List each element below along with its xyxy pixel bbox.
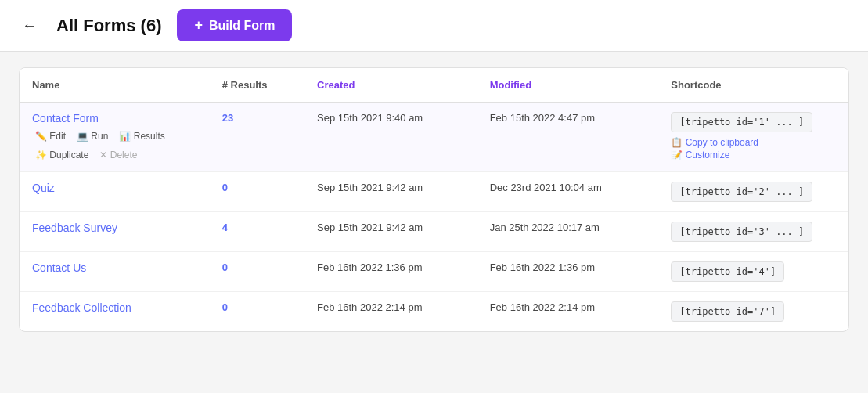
cell-created: Sep 15th 2021 9:42 am bbox=[304, 172, 477, 212]
cell-results: 23 bbox=[210, 103, 304, 172]
build-form-button[interactable]: + Build Form bbox=[177, 9, 292, 41]
col-header-shortcode: Shortcode bbox=[658, 68, 848, 103]
table-body: Contact Form✏️ Edit💻 Run📊 Results✨ Dupli… bbox=[20, 103, 848, 332]
col-header-results: # Results bbox=[210, 68, 304, 103]
form-name-link[interactable]: Contact Form bbox=[32, 112, 99, 124]
cell-results: 0 bbox=[210, 292, 304, 332]
row-actions-2: ✨ Duplicate✕ Delete bbox=[32, 148, 197, 162]
cell-modified: Feb 15th 2022 4:47 pm bbox=[477, 103, 659, 172]
cell-created: Feb 16th 2022 1:36 pm bbox=[304, 252, 477, 292]
cell-name: Feedback Collection bbox=[20, 292, 210, 332]
shortcode-value: [tripetto id='1' ... ] bbox=[671, 112, 812, 132]
form-name-link[interactable]: Contact Us bbox=[32, 261, 86, 274]
shortcode-value: [tripetto id='3' ... ] bbox=[671, 222, 812, 242]
cell-modified: Dec 23rd 2021 10:04 am bbox=[477, 172, 659, 212]
shortcode-value: [tripetto id='2' ... ] bbox=[671, 182, 812, 202]
form-name-link[interactable]: Quiz bbox=[32, 182, 55, 194]
back-button[interactable]: ← bbox=[19, 13, 41, 38]
results-count: 0 bbox=[222, 261, 228, 273]
header: ← All Forms (6) + Build Form bbox=[0, 0, 868, 52]
content-area: Name # Results Created Modified Shortcod… bbox=[0, 52, 868, 348]
table-row: Contact Form✏️ Edit💻 Run📊 Results✨ Dupli… bbox=[20, 103, 848, 172]
cell-results: 0 bbox=[210, 252, 304, 292]
customize-link[interactable]: 📝 Customize bbox=[671, 150, 836, 160]
cell-created: Sep 15th 2021 9:42 am bbox=[304, 212, 477, 252]
cell-shortcode: [tripetto id='4'] bbox=[658, 252, 848, 292]
results-count: 4 bbox=[222, 222, 228, 233]
run-button[interactable]: 💻 Run bbox=[74, 129, 111, 143]
cell-name: Quiz bbox=[20, 172, 210, 212]
cell-shortcode: [tripetto id='1' ... ]📋 Copy to clipboar… bbox=[658, 103, 848, 172]
cell-name: Contact Form✏️ Edit💻 Run📊 Results✨ Dupli… bbox=[20, 103, 210, 172]
build-form-label: Build Form bbox=[209, 19, 275, 33]
cell-modified: Feb 16th 2022 1:36 pm bbox=[477, 252, 659, 292]
forms-table: Name # Results Created Modified Shortcod… bbox=[20, 68, 848, 331]
cell-name: Contact Us bbox=[20, 252, 210, 292]
cell-created: Feb 16th 2022 2:14 pm bbox=[304, 292, 477, 332]
results-button[interactable]: 📊 Results bbox=[116, 129, 167, 143]
plus-icon: + bbox=[194, 17, 203, 34]
forms-table-wrapper: Name # Results Created Modified Shortcod… bbox=[19, 67, 849, 332]
table-row: Contact Us0Feb 16th 2022 1:36 pmFeb 16th… bbox=[20, 252, 848, 292]
cell-created: Sep 15th 2021 9:40 am bbox=[304, 103, 477, 172]
cell-name: Feedback Survey bbox=[20, 212, 210, 252]
edit-button[interactable]: ✏️ Edit bbox=[32, 129, 69, 143]
results-count: 0 bbox=[222, 301, 228, 313]
duplicate-button[interactable]: ✨ Duplicate bbox=[32, 148, 92, 162]
cell-shortcode: [tripetto id='7'] bbox=[658, 292, 848, 332]
cell-results: 0 bbox=[210, 172, 304, 212]
table-row: Quiz0Sep 15th 2021 9:42 amDec 23rd 2021 … bbox=[20, 172, 848, 212]
table-header: Name # Results Created Modified Shortcod… bbox=[20, 68, 848, 103]
table-row: Feedback Survey4Sep 15th 2021 9:42 amJan… bbox=[20, 212, 848, 252]
page-title: All Forms (6) bbox=[56, 16, 161, 36]
col-header-name: Name bbox=[20, 68, 210, 103]
results-count: 23 bbox=[222, 112, 233, 124]
cell-shortcode: [tripetto id='2' ... ] bbox=[658, 172, 848, 212]
form-name-link[interactable]: Feedback Survey bbox=[32, 222, 117, 234]
results-count: 0 bbox=[222, 182, 228, 193]
shortcode-value: [tripetto id='7'] bbox=[671, 301, 784, 322]
form-name-link[interactable]: Feedback Collection bbox=[32, 301, 131, 314]
table-row: Feedback Collection0Feb 16th 2022 2:14 p… bbox=[20, 292, 848, 332]
copy-to-clipboard-link[interactable]: 📋 Copy to clipboard bbox=[671, 137, 836, 148]
cell-results: 4 bbox=[210, 212, 304, 252]
cell-shortcode: [tripetto id='3' ... ] bbox=[658, 212, 848, 252]
col-header-created: Created bbox=[304, 68, 477, 103]
shortcode-value: [tripetto id='4'] bbox=[671, 261, 784, 282]
cell-modified: Feb 16th 2022 2:14 pm bbox=[477, 292, 659, 332]
row-actions: ✏️ Edit💻 Run📊 Results bbox=[32, 129, 197, 143]
col-header-modified: Modified bbox=[477, 68, 659, 103]
cell-modified: Jan 25th 2022 10:17 am bbox=[477, 212, 659, 252]
delete-button[interactable]: ✕ Delete bbox=[96, 148, 140, 162]
shortcode-actions: 📋 Copy to clipboard📝 Customize bbox=[671, 137, 836, 160]
